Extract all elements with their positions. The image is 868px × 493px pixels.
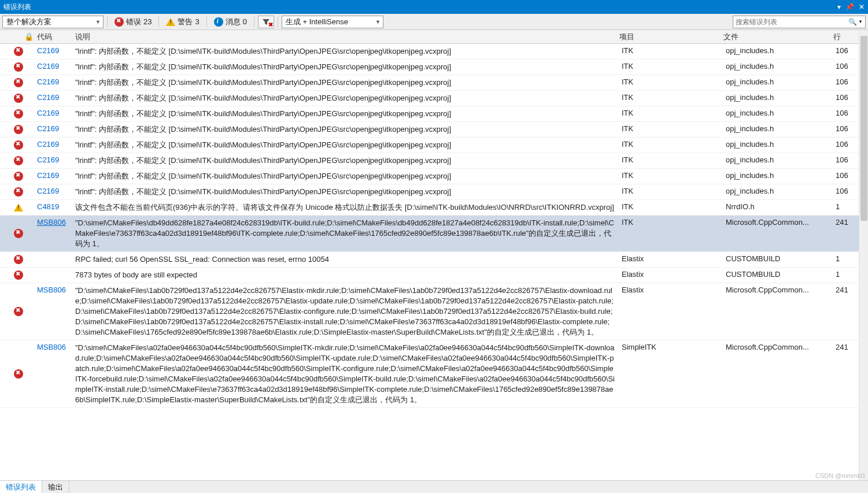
row-code[interactable]: C2169 [37,153,75,168]
row-code[interactable]: C2169 [37,91,75,106]
pin-icon[interactable]: 📌 [845,3,854,11]
table-row[interactable]: C2169"lrintf": 内部函数，不能定义 [D:\simel\ITK-b… [0,153,868,169]
error-code-link[interactable]: C2169 [37,46,59,55]
close-icon[interactable]: ✕ [859,3,865,11]
column-header-severity[interactable]: 🔒 [0,32,37,41]
row-code[interactable]: C2169 [37,122,75,137]
row-project: ITK [619,153,723,168]
column-header-desc[interactable]: 说明 [75,32,619,42]
table-row[interactable]: C2169"lrintf": 内部函数，不能定义 [D:\simel\ITK-b… [0,184,868,200]
row-file: CUSTOMBUILD [723,252,833,267]
row-code[interactable]: C2169 [37,184,75,199]
row-code[interactable]: MSB806 [37,283,75,340]
build-mode-combo[interactable]: 生成 + IntelliSense ▼ [282,16,383,28]
errors-filter-button[interactable]: 错误 23 [111,16,155,28]
column-header-code[interactable]: 代码 [37,32,75,42]
table-row[interactable]: MSB806"D:\simel\CMakeFiles\db49dd628fe18… [0,216,868,252]
scrollbar-thumb[interactable] [860,36,867,221]
error-icon [14,62,23,72]
row-code[interactable]: C2169 [37,138,75,153]
row-project: ITK [619,184,723,199]
row-project: Elastix [619,283,723,340]
table-row[interactable]: C2169"lrintf": 内部函数，不能定义 [D:\simel\ITK-b… [0,91,868,106]
row-severity [0,283,37,340]
row-file: opj_includes.h [723,153,833,168]
row-description: "lrintf": 内部函数，不能定义 [D:\simel\ITK-build\… [75,153,619,168]
row-description: "lrintf": 内部函数，不能定义 [D:\simel\ITK-build\… [75,91,619,106]
error-code-link[interactable]: C2169 [37,124,59,133]
toolbar: 整个解决方案 ▼ 错误 23 警告 3 消息 0 ✖ 生成 + IntelliS… [0,14,868,30]
row-line: 106 [833,60,856,75]
row-project: ITK [619,122,723,137]
table-row[interactable]: RPC failed; curl 56 OpenSSL SSL_read: Co… [0,252,868,268]
vertical-scrollbar[interactable] [859,30,868,480]
row-severity [0,138,37,153]
row-code[interactable]: C4819 [37,200,75,215]
row-file: opj_includes.h [723,75,833,90]
search-input[interactable] [736,18,848,26]
row-code[interactable]: C2169 [37,60,75,75]
errors-label: 错误 [126,17,141,27]
error-code-link[interactable]: C2169 [37,77,59,86]
warnings-count: 3 [195,17,199,26]
row-severity [0,184,37,199]
scope-combo-label: 整个解决方案 [6,17,51,27]
table-row[interactable]: C2169"lrintf": 内部函数，不能定义 [D:\simel\ITK-b… [0,138,868,153]
row-severity [0,91,37,106]
tab-error-list[interactable]: 错误列表 [0,481,42,494]
chevron-down-icon: ▼ [858,19,863,24]
error-list[interactable]: C2169"lrintf": 内部函数，不能定义 [D:\simel\ITK-b… [0,44,868,480]
error-code-link[interactable]: C4819 [37,202,59,211]
error-code-link[interactable]: MSB806 [37,343,66,351]
row-code[interactable] [37,268,75,283]
messages-filter-button[interactable]: 消息 0 [210,16,250,28]
error-code-link[interactable]: MSB806 [37,218,66,227]
tab-output[interactable]: 输出 [42,481,69,494]
row-line: 241 [833,340,856,407]
table-row[interactable]: 7873 bytes of body are still expectedEla… [0,268,868,283]
error-code-link[interactable]: C2169 [37,187,59,195]
window-options-icon[interactable]: ▾ [837,3,841,11]
search-box[interactable]: 🔍 ▼ [733,16,866,28]
row-line: 106 [833,122,856,137]
row-code[interactable]: C2169 [37,44,75,59]
clear-filters-button[interactable]: ✖ [258,16,274,28]
row-code[interactable]: MSB806 [37,340,75,407]
error-icon [14,255,23,264]
row-file: opj_includes.h [723,169,833,184]
row-file: opj_includes.h [723,106,833,121]
table-row[interactable]: C2169"lrintf": 内部函数，不能定义 [D:\simel\ITK-b… [0,75,868,91]
row-severity [0,106,37,121]
row-line: 106 [833,44,856,59]
error-code-link[interactable]: C2169 [37,93,59,102]
row-code[interactable] [37,252,75,267]
column-header-line[interactable]: 行 [833,32,856,42]
table-row[interactable]: C2169"lrintf": 内部函数，不能定义 [D:\simel\ITK-b… [0,169,868,184]
row-code[interactable]: C2169 [37,75,75,90]
build-mode-label: 生成 + IntelliSense [286,17,348,27]
row-code[interactable]: C2169 [37,106,75,121]
error-code-link[interactable]: MSB806 [37,286,66,294]
error-code-link[interactable]: C2169 [37,62,59,71]
table-row[interactable]: MSB806"D:\simel\CMakeFiles\a02fa0ee94663… [0,340,868,408]
table-row[interactable]: MSB806"D:\simel\CMakeFiles\1ab0b729f0ed1… [0,283,868,340]
row-file: opj_includes.h [723,91,833,106]
row-code[interactable]: MSB806 [37,216,75,251]
column-header-project[interactable]: 项目 [619,32,723,42]
scope-combo[interactable]: 整个解决方案 ▼ [2,16,104,28]
table-row[interactable]: C2169"lrintf": 内部函数，不能定义 [D:\simel\ITK-b… [0,60,868,75]
table-row[interactable]: C2169"lrintf": 内部函数，不能定义 [D:\simel\ITK-b… [0,122,868,138]
error-code-link[interactable]: C2169 [37,140,59,149]
errors-count: 23 [143,17,152,26]
table-row[interactable]: C4819该文件包含不能在当前代码页(936)中表示的字符。请将该文件保存为 U… [0,200,868,216]
table-row[interactable]: C2169"lrintf": 内部函数，不能定义 [D:\simel\ITK-b… [0,106,868,122]
table-row[interactable]: C2169"lrintf": 内部函数，不能定义 [D:\simel\ITK-b… [0,44,868,60]
warnings-filter-button[interactable]: 警告 3 [162,16,202,28]
error-code-link[interactable]: C2169 [37,155,59,164]
error-code-link[interactable]: C2169 [37,109,59,117]
row-description: "lrintf": 内部函数，不能定义 [D:\simel\ITK-build\… [75,106,619,121]
row-code[interactable]: C2169 [37,169,75,184]
column-header-file[interactable]: 文件 [723,32,833,42]
clear-icon: ✖ [268,21,273,28]
error-code-link[interactable]: C2169 [37,171,59,180]
